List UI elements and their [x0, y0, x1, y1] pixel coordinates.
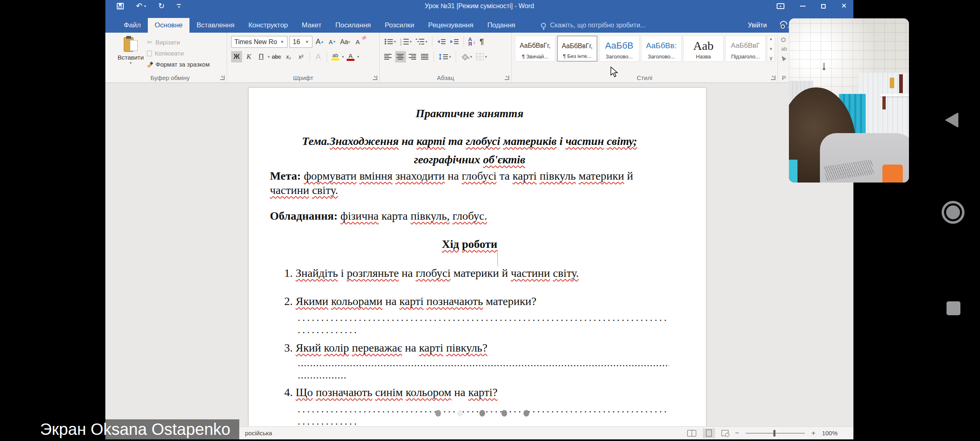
replace-icon[interactable]: ab [781, 46, 787, 52]
numbered-list-button[interactable]: 123 ▾ [399, 36, 413, 47]
read-mode-button[interactable] [687, 430, 696, 437]
android-home-button[interactable] [942, 201, 964, 224]
bold-button[interactable]: Ж [231, 51, 242, 62]
doc-dotted-line: ............. [270, 415, 669, 426]
styles-gallery-scrollbar[interactable]: ▲ ▼ ▼ [767, 36, 775, 62]
text-effects-button[interactable]: A [313, 51, 324, 62]
dialog-launcher-icon[interactable] [505, 76, 509, 80]
webcam-overlay[interactable] [789, 18, 909, 183]
justify-icon [421, 53, 429, 60]
lightbulb-icon [541, 23, 546, 28]
font-name-combo[interactable]: Times New Ro▼ [231, 36, 287, 48]
minimize-button[interactable] [800, 6, 806, 7]
shading-button[interactable]: ▾ [459, 51, 474, 62]
show-formatting-marks-button[interactable]: ¶ [478, 36, 485, 47]
tab-Макет[interactable]: Макет [295, 18, 328, 33]
web-layout-button[interactable] [722, 430, 728, 436]
close-button[interactable]: ✕ [841, 0, 847, 12]
increase-indent-button[interactable] [449, 36, 460, 47]
align-left-button[interactable] [383, 51, 394, 62]
style-card-Заголово...[interactable]: АаБбВв:Заголово... [641, 36, 682, 62]
subscript-button[interactable]: x₂ [283, 51, 294, 62]
chevron-down-icon[interactable]: ▾ [342, 55, 344, 59]
language-indicator[interactable]: російська [245, 427, 272, 439]
underline-button[interactable]: П [256, 51, 267, 62]
style-card-¶ Без інте...[interactable]: АаБбВвГг,¶ Без інте... [557, 36, 597, 62]
restore-button[interactable] [821, 4, 826, 9]
grow-font-button[interactable]: A▲ [314, 36, 325, 48]
cut-button[interactable]: ✂Вирізати [147, 37, 225, 48]
paste-button[interactable]: Вставити ▾ [117, 36, 145, 65]
sign-in-button[interactable]: Увійти [748, 18, 767, 33]
window-title: Урок №31 [Режим сумісності] - Word [105, 0, 853, 12]
sort-button[interactable]: АЯ↓ [467, 36, 477, 47]
strikethrough-button[interactable]: abc [271, 51, 282, 62]
select-cursor-icon[interactable] [780, 55, 786, 61]
clear-formatting-button[interactable]: А [352, 36, 363, 48]
tab-Розсилки[interactable]: Розсилки [378, 18, 421, 33]
tab-Основне[interactable]: Основне [148, 18, 189, 33]
doc-line: 2. Якими кольорами на карті позначають м… [270, 294, 669, 308]
decrease-indent-button[interactable] [436, 36, 447, 47]
tab-Посилання[interactable]: Посилання [328, 18, 378, 33]
style-preview: Aab [684, 39, 723, 52]
scroll-down-icon[interactable]: ▼ [769, 47, 773, 51]
document-content[interactable]: Практичне заняттяТема.Знаходження на кар… [249, 88, 706, 426]
tell-me-box[interactable]: Скажіть, що потрібно зробити... [541, 18, 646, 33]
zoom-in-button[interactable]: + [811, 429, 815, 437]
dialog-launcher-icon[interactable] [373, 76, 377, 80]
italic-button[interactable]: К [243, 51, 254, 62]
person-add-icon[interactable]: + [780, 20, 789, 30]
styles-more-icon[interactable]: ▼ [769, 57, 773, 61]
android-recents-button[interactable] [947, 301, 960, 315]
ribbon-display-options-button[interactable]: ▴ [777, 3, 784, 9]
group-label-font: Шрифт [227, 74, 379, 81]
borders-button[interactable]: ▾ [475, 51, 488, 62]
style-label: Назва [684, 53, 722, 60]
group-label-styles: Стилі [512, 74, 777, 81]
style-card-Назва[interactable]: AabНазва [683, 36, 724, 62]
change-case-button[interactable]: Aa▾ [340, 36, 350, 48]
tab-file[interactable]: Файл [117, 18, 148, 33]
chevron-down-icon[interactable]: ▾ [357, 55, 359, 59]
line-spacing-button[interactable]: ▾ [437, 51, 452, 62]
scroll-up-icon[interactable]: ▲ [769, 37, 773, 41]
scissors-icon: ✂ [147, 38, 152, 46]
zoom-slider[interactable] [746, 433, 805, 434]
document-page[interactable]: Практичне заняттяТема.Знаходження на кар… [248, 87, 706, 426]
tab-Вставлення[interactable]: Вставлення [189, 18, 241, 33]
clipboard-group: Вставити ▾ ✂Вирізати Копіювати Формат за… [114, 33, 227, 82]
document-canvas[interactable]: Практичне заняттяТема.Знаходження на кар… [105, 83, 853, 426]
align-right-button[interactable] [408, 51, 418, 62]
style-card-Підзаголо...[interactable]: АаБбВвГПідзаголо... [725, 36, 766, 62]
copy-button[interactable]: Копіювати [147, 48, 225, 59]
justify-button[interactable] [420, 51, 430, 62]
font-color-button[interactable]: А [345, 51, 356, 62]
android-back-button[interactable] [945, 112, 958, 128]
highlight-button[interactable]: ab [330, 51, 341, 62]
svg-text:3: 3 [400, 43, 402, 45]
dialog-launcher-icon[interactable] [220, 76, 225, 80]
style-card-Заголово...[interactable]: АаБбВЗаголово... [599, 36, 639, 62]
tab-Рецензування[interactable]: Рецензування [421, 18, 481, 33]
superscript-button[interactable]: x² [296, 51, 307, 62]
format-painter-button[interactable]: Формат за зразком [147, 59, 225, 70]
title-bar: ↶▾ ↻ ▾ Урок №31 [Режим сумісності] - Wor… [105, 0, 853, 12]
word-window: ↶▾ ↻ ▾ Урок №31 [Режим сумісності] - Wor… [105, 0, 853, 439]
print-layout-button[interactable] [703, 428, 715, 438]
zoom-slider-handle[interactable] [773, 430, 775, 437]
tab-Конструктор[interactable]: Конструктор [241, 18, 295, 33]
bullet-list-button[interactable]: ▾ [383, 36, 397, 47]
find-icon[interactable] [781, 38, 786, 42]
chevron-down-icon[interactable]: ▾ [268, 55, 270, 59]
zoom-out-button[interactable]: − [735, 429, 739, 437]
tab-Подання[interactable]: Подання [480, 18, 522, 33]
style-card-¶ Звичай...[interactable]: АаБбВвГг,¶ Звичай... [515, 36, 555, 62]
doc-line: Практичне заняття [270, 107, 669, 120]
shrink-font-button[interactable]: A▼ [327, 36, 338, 48]
font-size-combo[interactable]: 16▼ [290, 36, 312, 48]
dialog-launcher-icon[interactable] [771, 76, 775, 80]
zoom-percentage[interactable]: 100% [822, 430, 837, 437]
multilevel-list-button[interactable]: ▾ [414, 36, 429, 47]
align-center-button[interactable] [395, 51, 406, 62]
